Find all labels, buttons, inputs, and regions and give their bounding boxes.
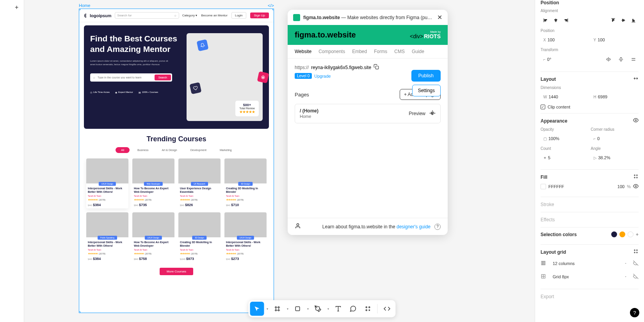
user-icon[interactable] — [295, 223, 301, 230]
dev-mode-tool[interactable] — [380, 302, 394, 316]
page-item[interactable]: / (Home) Home Preview — [295, 104, 441, 123]
code-icon[interactable]: </> — [268, 3, 274, 8]
tab-website[interactable]: Website — [295, 49, 311, 54]
add-color-icon[interactable]: + — [636, 232, 639, 237]
canvas[interactable]: Home </> logoipsum Search for ⌕ Category… — [24, 0, 535, 322]
course-card[interactable]: UI/UX Design Interpersonal Skills - Work… — [224, 212, 267, 262]
publish-button[interactable]: Publish — [411, 70, 441, 82]
tab-art[interactable]: Art & Design — [156, 147, 182, 153]
text-tool[interactable] — [331, 302, 345, 316]
hero-search[interactable]: ⌕ Search — [90, 73, 172, 82]
signup-button[interactable]: Sign Up — [250, 12, 269, 18]
tab-components[interactable]: Components — [318, 49, 345, 54]
align-left-icon[interactable] — [541, 15, 551, 25]
selection-handle[interactable] — [272, 9, 274, 10]
grid-visibility-icon[interactable] — [633, 260, 639, 267]
plugin-panel[interactable]: figma.to.website — Make websites directl… — [288, 10, 448, 235]
chevron-down-icon[interactable]: ▾ — [285, 307, 290, 311]
login-button[interactable]: Login — [231, 12, 246, 19]
designers-guide-link[interactable]: designer's guide — [397, 224, 431, 229]
frame-home[interactable]: logoipsum Search for ⌕ Category ▾ Become… — [79, 9, 274, 313]
gear-icon[interactable] — [429, 110, 436, 117]
fill-hex[interactable]: FFFFFF — [548, 184, 615, 189]
stroke-section[interactable]: Stroke — [541, 197, 639, 212]
rotation-field[interactable]: ⌐0° — [541, 55, 573, 64]
header-search[interactable]: Search for ⌕ — [115, 12, 179, 19]
copy-icon[interactable] — [374, 64, 379, 71]
tab-marketing[interactable]: Marketing — [214, 147, 237, 153]
grid-style-icon[interactable] — [633, 249, 639, 255]
frame-tool[interactable] — [270, 302, 285, 316]
preview-link[interactable]: Preview — [409, 111, 425, 116]
course-card[interactable]: 3D Design Creating 3D Modelling In Blend… — [224, 158, 267, 208]
more-courses-button[interactable]: More Courses — [160, 268, 193, 275]
y-field[interactable]: Y100 — [591, 35, 639, 44]
selection-handle[interactable] — [79, 311, 80, 313]
pen-tool[interactable] — [311, 302, 325, 316]
rectangle-tool[interactable] — [291, 302, 305, 316]
tab-all[interactable]: All — [116, 147, 130, 153]
more-transform-icon[interactable] — [628, 54, 639, 64]
tab-guide[interactable]: Guide — [412, 49, 424, 54]
close-icon[interactable]: ✕ — [437, 14, 442, 21]
align-right-icon[interactable] — [561, 15, 571, 25]
course-card[interactable]: Web Developer How To Become An Expert We… — [132, 158, 174, 208]
category-dropdown[interactable]: Category ▾ — [182, 14, 197, 17]
x-field[interactable]: X100 — [541, 35, 589, 44]
width-field[interactable]: W1440 — [541, 92, 589, 101]
effects-section[interactable]: Effects — [541, 212, 639, 228]
color-swatch[interactable] — [611, 231, 617, 237]
chevron-down-icon[interactable]: ▾ — [306, 307, 310, 311]
course-card[interactable]: 3D Design Creating 3D Modelling In Blend… — [178, 212, 221, 262]
selection-handle[interactable] — [79, 9, 80, 10]
frame-label[interactable]: Home </> — [79, 3, 274, 8]
count-field[interactable]: ✦5 — [541, 153, 589, 162]
opacity-field[interactable]: ▢100% — [541, 134, 589, 143]
align-middle-icon[interactable] — [618, 15, 628, 25]
corner-field[interactable]: ⌐0 — [591, 134, 639, 143]
visibility-icon[interactable] — [633, 117, 639, 124]
angle-field[interactable]: ▷38.2% — [591, 153, 639, 162]
chevron-down-icon[interactable]: ▾ — [326, 307, 331, 311]
chevron-down-icon[interactable]: ▾ — [265, 307, 270, 311]
comment-tool[interactable] — [346, 302, 360, 316]
align-top-icon[interactable] — [608, 15, 618, 25]
course-card[interactable]: UI/UX Design Interpersonal Skills - Work… — [86, 158, 128, 208]
add-button[interactable]: + — [15, 4, 18, 11]
hero-search-button[interactable]: Search — [155, 75, 171, 80]
plugin-header[interactable]: figma.to.website — Make websites directl… — [288, 10, 448, 25]
tab-cms[interactable]: CMS — [394, 49, 405, 54]
fill-color-chip[interactable] — [541, 184, 546, 189]
hero-search-input[interactable] — [98, 76, 152, 79]
settings-button[interactable]: Settings — [412, 85, 441, 96]
height-field[interactable]: H6989 — [591, 92, 639, 101]
export-section[interactable]: Export — [541, 289, 639, 304]
move-tool[interactable] — [250, 302, 264, 316]
course-card[interactable]: UI/UX Design How To Become An Expert Web… — [132, 212, 174, 262]
color-swatch[interactable] — [628, 231, 633, 237]
grid-dropdown[interactable]: Grid 8px — [549, 272, 631, 282]
grid-visibility-icon[interactable] — [633, 274, 639, 280]
course-card[interactable]: Public Speaking Interpersonal Skills - W… — [86, 212, 128, 262]
tab-business[interactable]: Business — [132, 147, 154, 153]
fill-style-icon[interactable] — [633, 174, 639, 180]
flip-v-icon[interactable] — [616, 54, 626, 64]
tab-dev[interactable]: Development — [185, 147, 212, 153]
fill-opacity[interactable]: 100 — [617, 184, 624, 189]
clip-content-checkbox[interactable]: ✓Clip content — [541, 105, 639, 109]
actions-tool[interactable] — [361, 302, 375, 316]
columns-dropdown[interactable]: 12 columns — [549, 258, 631, 269]
become-mentor-link[interactable]: Become an Mentor — [201, 14, 228, 17]
upgrade-link[interactable]: Upgrade — [314, 74, 331, 78]
help-button[interactable]: ? — [630, 308, 639, 317]
fill-visibility-icon[interactable] — [633, 183, 639, 190]
align-center-h-icon[interactable] — [551, 15, 561, 25]
autolayout-icon[interactable] — [633, 76, 639, 82]
align-bottom-icon[interactable] — [628, 15, 639, 25]
color-swatch[interactable] — [619, 231, 625, 237]
tab-embed[interactable]: Embed — [352, 49, 367, 54]
course-card[interactable]: UX Research User Experience Design Essen… — [178, 158, 221, 208]
tab-forms[interactable]: Forms — [374, 49, 387, 54]
flip-h-icon[interactable] — [603, 54, 614, 64]
help-icon[interactable]: ? — [434, 224, 441, 230]
